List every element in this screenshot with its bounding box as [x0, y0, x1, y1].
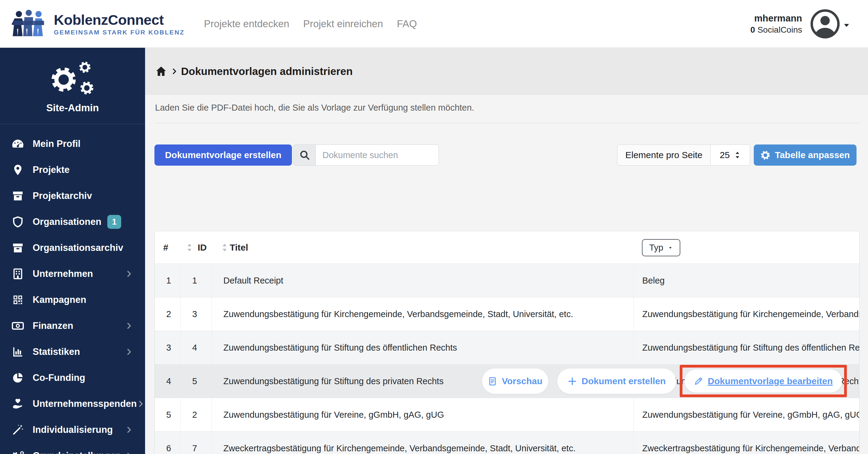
cell-title: Default Receipt	[212, 264, 634, 297]
top-header: KoblenzConnect GEMEINSAM STARK FÜR KOBLE…	[0, 0, 868, 48]
column-header-id[interactable]: ID	[198, 231, 207, 264]
table-row[interactable]: 1 1 Default Receipt Beleg	[155, 264, 859, 297]
nav-faq[interactable]: FAQ	[397, 18, 417, 30]
pie-chart-icon	[11, 371, 25, 385]
cell-index: 1	[155, 264, 181, 297]
cell-type: Zuwendungsbestätigung für Stiftung des ö…	[634, 331, 859, 364]
logo-subtitle: GEMEINSAM STARK FÜR KOBLENZ	[54, 29, 185, 36]
search-input[interactable]	[315, 145, 439, 165]
coins-label: SocialCoins	[757, 25, 802, 34]
sidebar-item-projekte[interactable]: Projekte	[0, 157, 145, 183]
user-menu[interactable]: mhermann 0 SocialCoins	[750, 9, 850, 39]
table-row[interactable]: 5 2 Zuwendungsbestätigung für Vereine, g…	[155, 398, 859, 432]
breadcrumb: Dokumentvorlagen administrieren	[145, 48, 868, 95]
search-addon	[293, 145, 315, 165]
divider	[155, 123, 860, 123]
caret-down-icon	[668, 246, 673, 250]
cell-id: 5	[181, 365, 212, 398]
sidebar-item-grundeinstellungen[interactable]: Grundeinstellungen	[0, 443, 145, 454]
table-row[interactable]: 6 7 Zweckertragsbestätigung für Kircheng…	[155, 432, 859, 454]
chevron-right-icon	[125, 322, 133, 330]
cell-id: 7	[181, 432, 212, 454]
user-caret-down-icon[interactable]	[843, 22, 850, 29]
gears-icon	[11, 449, 25, 454]
type-filter-dropdown[interactable]: Typ	[642, 239, 680, 256]
page-title: Dokumentvorlagen administrieren	[181, 65, 353, 78]
cell-title: Zuwendungsbestätigung für Vereine, gGmbH…	[212, 398, 634, 431]
preview-button[interactable]: Vorschau	[482, 368, 548, 394]
coins-count: 0	[750, 25, 755, 34]
type-filter-label: Typ	[649, 243, 663, 253]
select-arrows-icon	[734, 151, 741, 159]
people-logo-icon	[10, 8, 47, 39]
create-template-button[interactable]: Dokumentvorlage erstellen	[154, 145, 292, 165]
create-document-button[interactable]: Dokument erstellen	[557, 368, 676, 394]
main-content: Dokumentvorlagen administrieren Laden Si…	[145, 48, 868, 454]
sort-arrows-icon[interactable]	[186, 243, 193, 252]
per-page-select[interactable]: 25	[710, 145, 750, 165]
plus-icon	[567, 376, 577, 386]
logo-text: KoblenzConnect GEMEINSAM STARK FÜR KOBLE…	[54, 11, 185, 36]
cell-type: Zuwendungsbestätigung für Kirchengemeind…	[634, 297, 859, 331]
content-panel: Laden Sie die PDF-Datei hoch, die Sie al…	[145, 95, 868, 454]
sidebar-item-unternehmensspenden[interactable]: Unternehmensspenden	[0, 391, 145, 417]
cell-index: 5	[155, 398, 181, 431]
per-page-label: Elemente pro Seite	[617, 150, 710, 160]
sort-arrows-icon[interactable]	[221, 243, 228, 252]
cell-type: Zweckertragsbestätigung für Kirchengemei…	[634, 432, 859, 454]
site-admin-label: Site-Admin	[0, 102, 145, 114]
templates-table: # ID Titel Typ 1 1 Default Receipt Beleg	[154, 231, 860, 454]
avatar-icon[interactable]	[810, 9, 840, 39]
pencil-icon	[694, 376, 703, 386]
nav-projekt-einreichen[interactable]: Projekt einreichen	[303, 18, 383, 30]
sidebar-item-mein-profil[interactable]: Mein Profil	[0, 131, 145, 157]
app-root: KoblenzConnect GEMEINSAM STARK FÜR KOBLE…	[0, 0, 868, 454]
column-header-titel[interactable]: Titel	[230, 231, 248, 264]
cell-index: 3	[155, 331, 181, 364]
sidebar-item-organisationen[interactable]: Organisationen 1	[0, 209, 145, 235]
main-nav: Projekte entdecken Projekt einreichen FA…	[204, 18, 417, 30]
chevron-right-icon	[125, 452, 133, 454]
nav-projekte-entdecken[interactable]: Projekte entdecken	[204, 18, 289, 30]
cell-title: Zuwendungsbestätigung für Stiftung des ö…	[212, 331, 634, 364]
table-row[interactable]: 2 3 Zuwendungsbestätigung für Kirchengem…	[155, 297, 859, 331]
table-row[interactable]: 3 4 Zuwendungsbestätigung für Stiftung d…	[155, 331, 859, 365]
annotation-highlight-box: Dokumentvorlage bearbeiten	[680, 365, 847, 397]
column-header-index[interactable]: #	[163, 231, 168, 264]
sidebar-item-organisationsarchiv[interactable]: Organisationsarchiv	[0, 235, 145, 261]
preview-label: Vorschau	[502, 376, 542, 386]
sidebar-item-statistiken[interactable]: Statistiken	[0, 339, 145, 365]
home-icon[interactable]	[155, 65, 167, 78]
customize-table-button[interactable]: Tabelle anpassen	[754, 145, 857, 165]
document-icon	[488, 376, 497, 386]
gear-icon	[761, 150, 770, 160]
sidebar-item-individualisierung[interactable]: Individualisierung	[0, 417, 145, 443]
cell-id: 4	[181, 331, 212, 364]
edit-template-label: Dokumentvorlage bearbeiten	[708, 376, 833, 386]
sidebar-menu: Mein Profil Projekte Projektarchiv Organ…	[0, 124, 145, 454]
archive-icon	[11, 241, 25, 255]
customize-table-label: Tabelle anpassen	[775, 150, 850, 160]
site-admin-block: Site-Admin	[0, 48, 145, 124]
sidebar-item-co-funding[interactable]: Co-Funding	[0, 365, 145, 391]
chevron-right-icon	[137, 400, 145, 408]
logo[interactable]: KoblenzConnect GEMEINSAM STARK FÜR KOBLE…	[10, 8, 185, 39]
sidebar-item-unternehmen[interactable]: Unternehmen	[0, 261, 145, 287]
sidebar-item-kampagnen[interactable]: Kampagnen	[0, 287, 145, 313]
cell-id: 3	[181, 297, 212, 331]
cell-index: 2	[155, 297, 181, 331]
sidebar-item-finanzen[interactable]: Finanzen	[0, 313, 145, 339]
cell-type: Beleg	[634, 264, 859, 297]
building-icon	[11, 267, 25, 281]
map-marker-icon	[11, 163, 25, 177]
create-document-label: Dokument erstellen	[582, 376, 665, 386]
sidebar-item-projektarchiv[interactable]: Projektarchiv	[0, 183, 145, 209]
shield-icon	[11, 215, 25, 229]
table-row-hovered[interactable]: 4 5 Zuwendungsbestätigung für Stiftung d…	[155, 365, 859, 398]
edit-template-button[interactable]: Dokumentvorlage bearbeiten	[685, 369, 842, 393]
bar-chart-icon	[11, 345, 25, 359]
per-page-control: Elemente pro Seite 25	[617, 145, 750, 165]
user-info: mhermann 0 SocialCoins	[750, 13, 802, 35]
cell-index: 6	[155, 432, 181, 454]
archive-icon	[11, 189, 25, 203]
